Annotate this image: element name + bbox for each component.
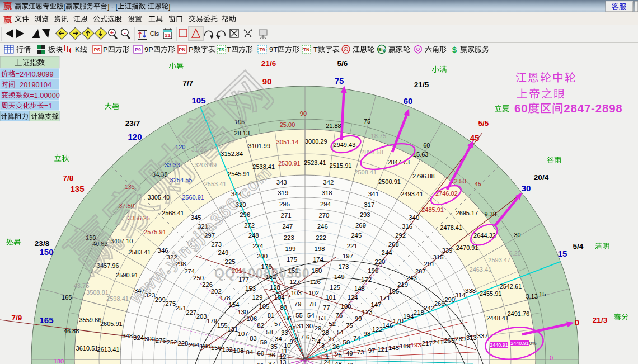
svg-text:103: 103 <box>291 290 302 296</box>
svg-text:270: 270 <box>318 212 329 219</box>
svg-text:37: 37 <box>268 361 275 364</box>
svg-text:15: 15 <box>558 249 567 258</box>
svg-text:83: 83 <box>250 335 257 342</box>
svg-text:PN: PN <box>179 47 186 53</box>
svg-text:195: 195 <box>388 288 399 295</box>
svg-text:0%: 0% <box>529 341 536 346</box>
svg-text:=20190104: =20190104 <box>16 81 51 89</box>
svg-text:338: 338 <box>465 287 476 294</box>
svg-text:342: 342 <box>323 179 334 186</box>
svg-text:=1.00000: =1.00000 <box>30 91 60 100</box>
svg-text:2478.41: 2478.41 <box>440 224 462 231</box>
svg-text:60: 60 <box>404 96 413 106</box>
svg-text:28: 28 <box>322 329 329 336</box>
svg-text:122: 122 <box>372 326 383 333</box>
svg-text:226: 226 <box>202 281 213 288</box>
svg-text:24: 24 <box>323 359 331 364</box>
svg-text:13: 13 <box>279 359 287 364</box>
svg-text:2542.61: 2542.61 <box>500 283 522 290</box>
svg-text:317: 317 <box>364 201 374 208</box>
svg-text:73: 73 <box>357 349 364 356</box>
svg-text:2515.91: 2515.91 <box>330 162 352 169</box>
svg-text:194: 194 <box>403 313 414 320</box>
svg-text:7/9: 7/9 <box>12 314 22 322</box>
svg-text:T: T <box>313 45 318 54</box>
svg-text:2796.88: 2796.88 <box>412 173 435 179</box>
svg-text:243: 243 <box>406 275 417 281</box>
svg-text:75: 75 <box>335 76 344 86</box>
svg-text:107: 107 <box>238 330 248 337</box>
svg-text:78: 78 <box>309 301 316 308</box>
svg-text:105: 105 <box>191 96 205 105</box>
svg-text:76: 76 <box>336 312 343 319</box>
svg-text:126: 126 <box>310 278 321 285</box>
svg-text:81: 81 <box>268 312 275 319</box>
svg-text:3610.51: 3610.51 <box>76 345 98 352</box>
svg-text:28.13: 28.13 <box>234 130 250 136</box>
svg-text:145: 145 <box>388 344 399 351</box>
svg-text:348: 348 <box>122 333 133 339</box>
svg-text:30: 30 <box>514 231 520 238</box>
svg-text:2593.47: 2593.47 <box>488 257 510 263</box>
svg-text:TS: TS <box>218 47 224 53</box>
svg-text:2605.91: 2605.91 <box>100 320 123 327</box>
svg-text:21/6: 21/6 <box>261 59 276 68</box>
svg-text:131: 131 <box>227 326 238 333</box>
svg-text:319: 319 <box>278 190 288 196</box>
svg-text:30: 30 <box>306 323 313 329</box>
svg-text:60: 60 <box>514 102 528 115</box>
svg-text:3203.69: 3203.69 <box>194 162 217 168</box>
svg-text:45: 45 <box>470 133 480 143</box>
svg-text:174: 174 <box>313 256 323 263</box>
svg-text:218: 218 <box>414 309 424 316</box>
svg-text:227: 227 <box>186 309 196 316</box>
svg-text:48: 48 <box>335 361 342 364</box>
svg-text:225: 225 <box>225 258 236 265</box>
svg-text:4: 4 <box>317 338 320 345</box>
svg-text:224: 224 <box>252 243 263 249</box>
svg-text:196: 196 <box>368 267 378 274</box>
svg-text:54: 54 <box>307 312 315 319</box>
svg-text:204: 204 <box>189 342 199 348</box>
svg-text:294: 294 <box>320 201 331 207</box>
svg-text:58: 58 <box>266 329 273 335</box>
svg-text:2575.91: 2575.91 <box>144 229 166 235</box>
svg-text:23/7: 23/7 <box>125 119 140 127</box>
svg-text:2553.41: 2553.41 <box>204 181 227 187</box>
svg-text:31: 31 <box>297 323 304 329</box>
svg-text:20/4: 20/4 <box>534 173 549 182</box>
svg-text:104: 104 <box>274 294 285 301</box>
svg-text:2440.91: 2440.91 <box>490 342 508 348</box>
svg-text:5/6: 5/6 <box>337 59 348 68</box>
svg-text:6: 6 <box>306 334 309 341</box>
svg-text:K: K <box>75 45 80 54</box>
svg-text:2493.41: 2493.41 <box>401 191 423 197</box>
svg-text:220: 220 <box>374 258 385 265</box>
svg-text:2500.91: 2500.91 <box>378 178 401 185</box>
svg-text:35: 35 <box>270 343 278 350</box>
svg-text:300: 300 <box>144 335 155 342</box>
svg-text:155: 155 <box>217 322 228 329</box>
svg-text:34: 34 <box>275 335 282 342</box>
svg-text:228: 228 <box>177 340 188 347</box>
svg-text:5/5: 5/5 <box>478 119 489 127</box>
svg-text:340: 340 <box>409 214 419 221</box>
svg-text:2568.41: 2568.41 <box>162 210 184 216</box>
svg-text:] - [: ] - [ <box>107 3 118 11</box>
svg-text:135: 135 <box>70 184 84 193</box>
svg-text:274: 274 <box>184 268 195 275</box>
svg-text:153: 153 <box>245 285 256 292</box>
svg-text:2440.91: 2440.91 <box>510 341 529 346</box>
svg-text:2491.76: 2491.76 <box>507 310 529 317</box>
svg-text:21: 21 <box>165 32 171 38</box>
svg-text:106: 106 <box>246 315 257 322</box>
svg-text:99: 99 <box>355 315 362 322</box>
svg-text:219: 219 <box>397 281 408 288</box>
svg-text:223: 223 <box>284 234 294 241</box>
svg-text:265: 265 <box>444 337 454 344</box>
svg-text:P9: P9 <box>135 47 141 53</box>
svg-text:244: 244 <box>382 249 392 256</box>
svg-text:46.88: 46.88 <box>64 328 79 334</box>
svg-text:21/5: 21/5 <box>414 81 429 89</box>
svg-text:150: 150 <box>311 267 322 274</box>
